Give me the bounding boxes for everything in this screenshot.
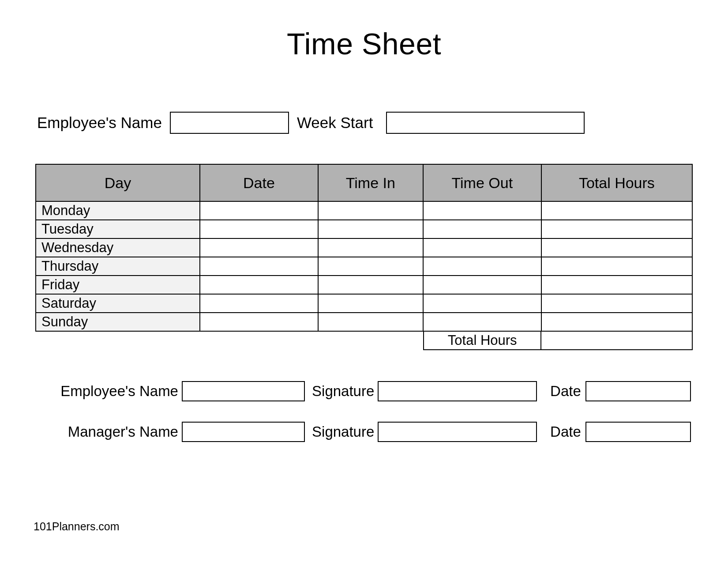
col-date: Date	[200, 164, 318, 201]
col-time-in: Time In	[318, 164, 423, 201]
day-thursday: Thursday	[36, 257, 200, 276]
col-total-hours: Total Hours	[541, 164, 692, 201]
manager-date-box[interactable]	[585, 422, 691, 442]
week-start-label: Week Start	[297, 114, 373, 132]
total-hours-label: Total Hours	[423, 332, 541, 350]
timesheet-table: Day Date Time In Time Out Total Hours Mo…	[35, 164, 693, 332]
manager-name-label: Manager's Name	[48, 423, 182, 440]
time-out-cell[interactable]	[423, 294, 541, 313]
footer-attribution: 101Planners.com	[34, 520, 120, 533]
total-hours-cell[interactable]	[541, 276, 692, 294]
table-row: Sunday	[36, 313, 692, 331]
employee-name-input[interactable]	[170, 112, 289, 134]
day-tuesday: Tuesday	[36, 220, 200, 238]
time-in-cell[interactable]	[318, 220, 423, 238]
manager-signature-row: Manager's Name Signature Date	[48, 422, 691, 442]
table-row: Saturday	[36, 294, 692, 313]
manager-signature-box[interactable]	[378, 422, 537, 442]
total-hours-cell[interactable]	[541, 201, 692, 220]
employee-signature-label: Signature	[312, 383, 378, 400]
day-sunday: Sunday	[36, 313, 200, 331]
time-out-cell[interactable]	[423, 201, 541, 220]
time-in-cell[interactable]	[318, 201, 423, 220]
table-row: Tuesday	[36, 220, 692, 238]
time-in-cell[interactable]	[318, 276, 423, 294]
table-row: Thursday	[36, 257, 692, 276]
time-out-cell[interactable]	[423, 238, 541, 257]
date-cell[interactable]	[200, 313, 318, 331]
employee-signature-row: Employee's Name Signature Date	[48, 381, 691, 401]
table-row: Friday	[36, 276, 692, 294]
employee-name-box[interactable]	[182, 381, 305, 401]
date-cell[interactable]	[200, 220, 318, 238]
total-hours-cell[interactable]	[541, 313, 692, 331]
time-out-cell[interactable]	[423, 220, 541, 238]
total-hours-value[interactable]	[541, 332, 693, 350]
total-hours-cell[interactable]	[541, 238, 692, 257]
table-row: Wednesday	[36, 238, 692, 257]
table-row: Monday	[36, 201, 692, 220]
col-time-out: Time Out	[423, 164, 541, 201]
date-cell[interactable]	[200, 238, 318, 257]
day-monday: Monday	[36, 201, 200, 220]
time-out-cell[interactable]	[423, 257, 541, 276]
day-wednesday: Wednesday	[36, 238, 200, 257]
col-day: Day	[36, 164, 200, 201]
time-in-cell[interactable]	[318, 294, 423, 313]
manager-date-label: Date	[550, 423, 585, 440]
total-hours-row: Total Hours	[35, 332, 693, 350]
week-start-input[interactable]	[386, 112, 585, 134]
manager-name-box[interactable]	[182, 422, 305, 442]
time-out-cell[interactable]	[423, 313, 541, 331]
employee-date-box[interactable]	[585, 381, 691, 401]
table-header-row: Day Date Time In Time Out Total Hours	[36, 164, 692, 201]
day-saturday: Saturday	[36, 294, 200, 313]
signature-section: Employee's Name Signature Date Manager's…	[35, 381, 693, 442]
date-cell[interactable]	[200, 276, 318, 294]
header-fields: Employee's Name Week Start	[35, 112, 693, 134]
date-cell[interactable]	[200, 201, 318, 220]
page-title: Time Sheet	[35, 26, 693, 61]
total-hours-cell[interactable]	[541, 220, 692, 238]
time-in-cell[interactable]	[318, 313, 423, 331]
day-friday: Friday	[36, 276, 200, 294]
employee-name-label2: Employee's Name	[48, 383, 182, 400]
total-hours-cell[interactable]	[541, 294, 692, 313]
employee-signature-box[interactable]	[378, 381, 537, 401]
employee-date-label: Date	[550, 383, 585, 400]
manager-signature-label: Signature	[312, 423, 378, 440]
total-hours-cell[interactable]	[541, 257, 692, 276]
time-out-cell[interactable]	[423, 276, 541, 294]
date-cell[interactable]	[200, 257, 318, 276]
time-in-cell[interactable]	[318, 257, 423, 276]
time-in-cell[interactable]	[318, 238, 423, 257]
date-cell[interactable]	[200, 294, 318, 313]
employee-name-label: Employee's Name	[37, 114, 162, 132]
